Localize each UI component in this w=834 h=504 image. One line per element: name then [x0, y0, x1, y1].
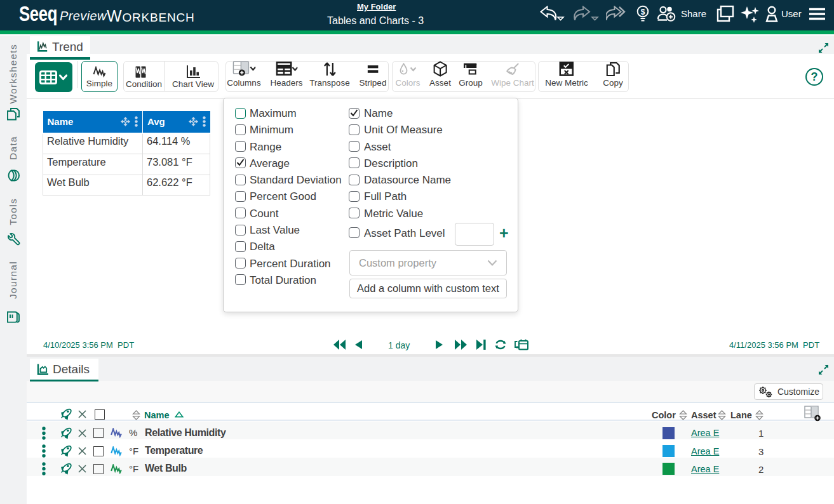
svg-text:$: $: [641, 8, 645, 17]
